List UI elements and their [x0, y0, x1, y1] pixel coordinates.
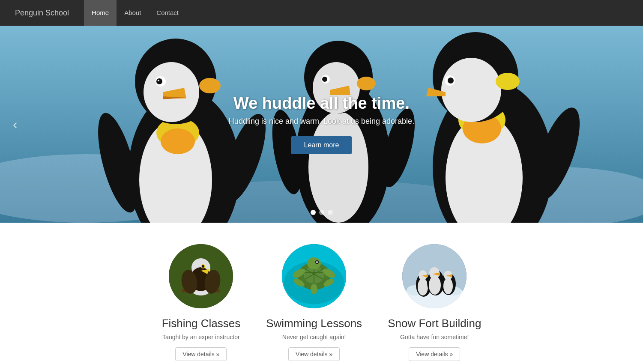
- swimming-desc: Never get caught again!: [266, 334, 362, 340]
- nav-brand[interactable]: Penguin School: [9, 0, 75, 26]
- swimming-image: [282, 244, 346, 308]
- hero-subtitle: Huddling is nice and warm. Look at us be…: [229, 117, 414, 126]
- swimming-title: Swimming Lessons: [266, 317, 362, 330]
- eagle-svg: [169, 244, 233, 308]
- turtle-svg: [282, 244, 346, 308]
- fishing-details-button[interactable]: View details »: [175, 347, 227, 361]
- feature-card-swimming: Swimming Lessons Never get caught again!…: [266, 244, 362, 361]
- svg-point-7: [161, 128, 195, 154]
- nav-link-about[interactable]: About: [117, 0, 149, 26]
- nav-item-contact[interactable]: Contact: [149, 0, 186, 26]
- fishing-desc: Taught by an exper instructor: [162, 334, 241, 340]
- nav-item-about[interactable]: About: [117, 0, 149, 26]
- svg-point-27: [357, 77, 376, 90]
- hero-section: ‹ We huddle all the time. Huddling is ni…: [0, 26, 643, 223]
- nav-item-home[interactable]: Home: [84, 0, 117, 26]
- navbar: Penguin School Home About Contact: [0, 0, 643, 26]
- svg-point-62: [316, 261, 318, 263]
- feature-card-snow: Snow Fort Building Gotta have fun someti…: [388, 244, 481, 361]
- carousel-prev-button[interactable]: ‹: [9, 112, 22, 137]
- snow-desc: Gotta have fun sometime!: [388, 334, 481, 340]
- svg-point-26: [322, 77, 327, 82]
- nav-links: Home About Contact: [84, 0, 186, 26]
- svg-point-13: [156, 78, 162, 84]
- snow-image: [402, 244, 467, 308]
- svg-point-36: [496, 73, 520, 90]
- fishing-image: [169, 244, 233, 308]
- carousel-dot-1[interactable]: [311, 210, 316, 215]
- svg-point-35: [441, 58, 501, 122]
- feature-card-fishing: Fishing Classes Taught by an exper instr…: [162, 244, 241, 361]
- snow-details-button[interactable]: View details »: [409, 347, 460, 361]
- svg-point-60: [307, 257, 321, 269]
- svg-point-67: [311, 284, 317, 294]
- svg-point-14: [158, 80, 159, 81]
- carousel-dot-2[interactable]: [319, 210, 324, 215]
- swimming-details-button[interactable]: View details »: [288, 347, 340, 361]
- hero-content: We huddle all the time. Huddling is nice…: [229, 94, 414, 154]
- svg-point-49: [202, 265, 204, 268]
- features-section: Fishing Classes Taught by an exper instr…: [0, 223, 643, 364]
- svg-point-84: [443, 278, 453, 294]
- hero-title: We huddle all the time.: [229, 94, 414, 113]
- nav-link-home[interactable]: Home: [84, 0, 117, 26]
- svg-point-74: [418, 278, 428, 295]
- svg-point-15: [199, 78, 221, 93]
- svg-point-39: [448, 78, 454, 84]
- snow-title: Snow Fort Building: [388, 317, 481, 330]
- fishing-title: Fishing Classes: [162, 317, 241, 330]
- carousel-dots: [311, 210, 333, 215]
- nav-link-contact[interactable]: Contact: [149, 0, 186, 26]
- carousel-dot-3[interactable]: [328, 210, 333, 215]
- learn-more-button[interactable]: Learn more: [291, 136, 352, 154]
- penguins-group-svg: [402, 244, 467, 308]
